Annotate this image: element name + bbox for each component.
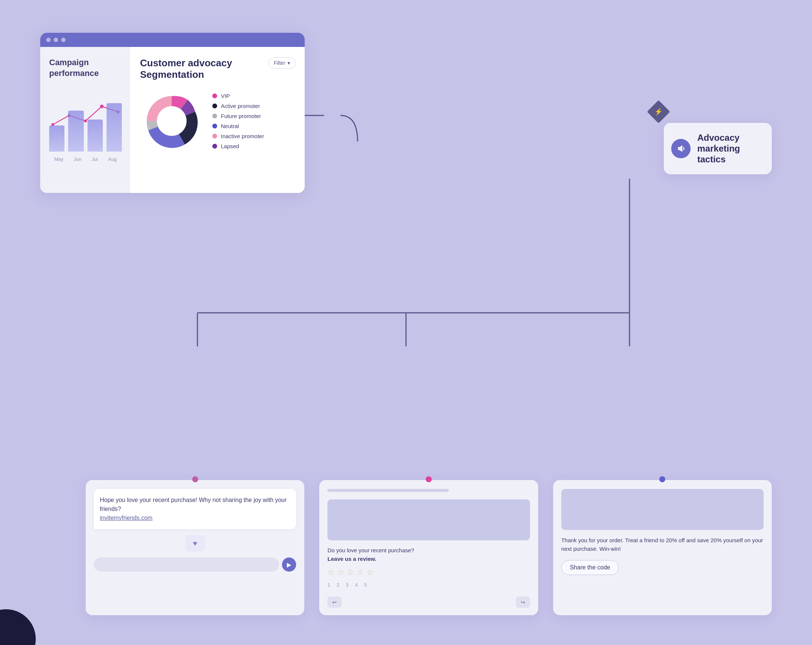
svg-point-5 bbox=[157, 106, 186, 136]
chevron-down-icon: ▾ bbox=[288, 60, 290, 66]
advocacy-panel: Customer advocacy Segmentation Filter ▾ bbox=[130, 47, 305, 193]
star-5[interactable]: ☆ bbox=[366, 567, 374, 577]
send-button[interactable]: ▶ bbox=[282, 558, 296, 572]
star-label-3: 3 bbox=[346, 582, 349, 588]
legend-dot-vip bbox=[212, 93, 217, 98]
panel-header: Customer advocacy Segmentation Filter ▾ bbox=[140, 57, 296, 81]
window-dot-2 bbox=[53, 38, 58, 42]
back-button[interactable]: ↩ bbox=[327, 596, 342, 608]
segmentation-content: VIP Active promoter Future promoter Neut… bbox=[140, 89, 296, 153]
star-4[interactable]: ☆ bbox=[356, 567, 364, 577]
share-card-content: Thank you for your order. Treat a friend… bbox=[561, 489, 763, 575]
share-image bbox=[561, 489, 763, 530]
bar-may bbox=[49, 125, 64, 152]
label-may: May bbox=[54, 156, 64, 162]
star-label-5: 5 bbox=[364, 582, 367, 588]
plug-icon: ⚡ bbox=[655, 108, 662, 116]
review-question: Do you love your recent purchase?Leave u… bbox=[327, 546, 530, 563]
legend-label-inactive: Inactive promoter bbox=[221, 133, 264, 139]
message-card: Hope you love your recent purchase! Why … bbox=[85, 480, 304, 615]
review-card: Do you love your recent purchase?Leave u… bbox=[319, 480, 538, 615]
card-dot-1 bbox=[192, 476, 198, 482]
card-dot-3 bbox=[659, 476, 665, 482]
legend-item-active: Active promoter bbox=[212, 103, 264, 109]
nav-buttons: ↩ ↪ bbox=[327, 596, 530, 608]
input-row: ▶ bbox=[94, 558, 296, 572]
browser-window: Campaign performance bbox=[40, 33, 305, 193]
star-label-1: 1 bbox=[327, 582, 330, 588]
dark-blob-decoration bbox=[0, 609, 36, 645]
star-1[interactable]: ☆ bbox=[327, 567, 335, 577]
stars-row: ☆ ☆ ☆ ☆ ☆ bbox=[327, 567, 530, 577]
legend-label-vip: VIP bbox=[221, 93, 230, 99]
share-card: Thank you for your order. Treat a friend… bbox=[553, 480, 772, 615]
filter-button[interactable]: Filter ▾ bbox=[268, 57, 296, 69]
legend: VIP Active promoter Future promoter Neut… bbox=[212, 93, 264, 149]
message-link[interactable]: invitemyfriends.com bbox=[100, 515, 152, 521]
star-labels: 1 2 3 4 5 bbox=[327, 582, 530, 588]
donut-svg bbox=[140, 89, 203, 153]
donut-chart bbox=[140, 89, 203, 153]
review-line-1 bbox=[327, 489, 449, 492]
legend-dot-inactive bbox=[212, 134, 217, 139]
legend-item-neutral: Neutral bbox=[212, 123, 264, 129]
forward-button[interactable]: ↪ bbox=[516, 596, 530, 608]
legend-item-vip: VIP bbox=[212, 93, 264, 99]
window-dot-1 bbox=[46, 38, 51, 42]
legend-dot-active bbox=[212, 104, 217, 108]
bar-jul bbox=[87, 119, 103, 152]
star-3[interactable]: ☆ bbox=[347, 567, 354, 577]
megaphone-svg bbox=[676, 143, 686, 154]
legend-item-future: Future promoter bbox=[212, 113, 264, 119]
legend-label-lapsed: Lapsed bbox=[221, 143, 239, 149]
card-dot-2 bbox=[426, 476, 432, 482]
legend-item-lapsed: Lapsed bbox=[212, 143, 264, 149]
panel-title: Customer advocacy Segmentation bbox=[140, 57, 268, 81]
star-label-2: 2 bbox=[337, 582, 339, 588]
share-text: Thank you for your order. Treat a friend… bbox=[561, 536, 763, 554]
share-code-button[interactable]: Share the code bbox=[561, 560, 619, 575]
review-cta: Leave us a review. bbox=[327, 556, 376, 562]
bar-jun bbox=[68, 111, 84, 152]
heart-button[interactable]: ♥ bbox=[186, 535, 205, 552]
message-bubble: Hope you love your recent purchase! Why … bbox=[94, 489, 296, 529]
label-jun: Jun bbox=[74, 156, 82, 162]
browser-body: Campaign performance bbox=[40, 47, 305, 193]
review-card-content: Do you love your recent purchase?Leave u… bbox=[327, 489, 530, 608]
tactics-title: Advocacy marketing tactics bbox=[697, 133, 763, 165]
chart-labels: May Jun Jul Aug bbox=[49, 156, 122, 162]
legend-label-neutral: Neutral bbox=[221, 123, 239, 129]
message-input-bar[interactable] bbox=[94, 558, 279, 572]
bottom-cards: Hope you love your recent purchase! Why … bbox=[85, 480, 772, 615]
advocacy-tactics-box: Advocacy marketing tactics bbox=[664, 123, 772, 174]
filter-label: Filter bbox=[274, 60, 285, 66]
legend-item-inactive: Inactive promoter bbox=[212, 133, 264, 139]
legend-dot-lapsed bbox=[212, 144, 217, 149]
browser-titlebar bbox=[40, 33, 305, 47]
message-text: Hope you love your recent purchase! Why … bbox=[100, 497, 287, 512]
campaign-title: Campaign performance bbox=[49, 57, 122, 79]
campaign-panel: Campaign performance bbox=[40, 47, 130, 193]
window-dot-3 bbox=[61, 38, 66, 42]
bar-aug bbox=[107, 103, 122, 152]
chart-bars bbox=[49, 103, 122, 152]
label-aug: Aug bbox=[108, 156, 117, 162]
chart-area: May Jun Jul Aug bbox=[49, 87, 122, 162]
legend-dot-neutral bbox=[212, 124, 217, 128]
review-lines bbox=[327, 489, 530, 492]
star-2[interactable]: ☆ bbox=[337, 567, 345, 577]
diamond-connector-node: ⚡ bbox=[647, 100, 670, 123]
star-label-4: 4 bbox=[355, 582, 357, 588]
label-jul: Jul bbox=[92, 156, 98, 162]
legend-dot-future bbox=[212, 114, 217, 119]
legend-label-active: Active promoter bbox=[221, 103, 260, 109]
review-image bbox=[327, 499, 530, 540]
legend-label-future: Future promoter bbox=[221, 113, 261, 119]
megaphone-icon bbox=[671, 139, 691, 158]
